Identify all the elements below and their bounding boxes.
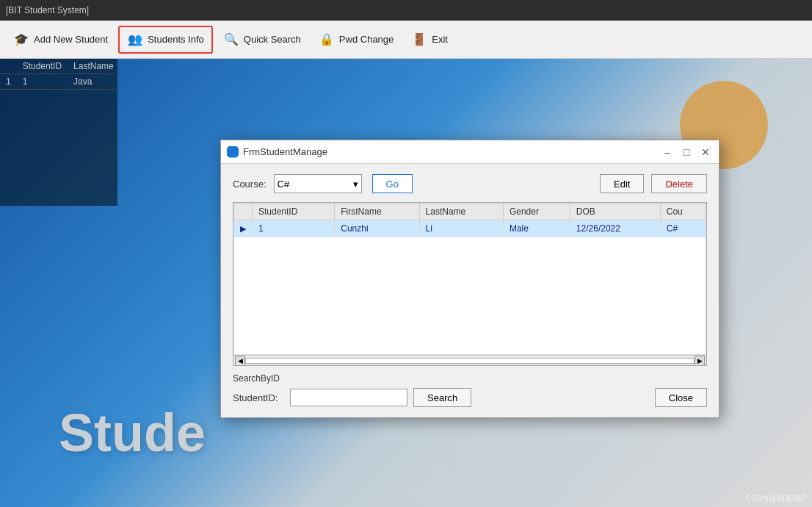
cell-dob: 12/26/2022 — [570, 220, 660, 237]
course-select[interactable]: C# ▾ — [274, 174, 362, 193]
add-new-student-button[interactable]: 🎓 Add New Student — [6, 27, 115, 52]
pwd-change-icon: 🔒 — [319, 32, 335, 48]
col-first-name: FirstName — [335, 204, 419, 220]
watermark: CSDN@码客567 — [745, 493, 806, 504]
search-button[interactable]: Search — [413, 388, 471, 407]
dialog-controls: – □ ✕ — [660, 145, 713, 159]
search-row: StudentID: Search Close — [233, 388, 707, 407]
quick-search-icon: 🔍 — [223, 32, 239, 48]
col-student-id: StudentID — [253, 204, 335, 220]
go-button[interactable]: Go — [372, 174, 413, 193]
cell-gender: Male — [503, 220, 570, 237]
col-last-name: LastName — [419, 204, 503, 220]
table-body: ▶ 1 Cunzhi Li Male 12/26/2022 C# — [234, 220, 706, 355]
dialog-minimize-button[interactable]: – — [660, 145, 675, 159]
students-info-icon: 👥 — [127, 32, 143, 48]
col-gender: Gender — [503, 204, 570, 220]
student-id-input[interactable] — [290, 389, 407, 406]
delete-button[interactable]: Delete — [651, 174, 707, 193]
col-dob: DOB — [570, 204, 660, 220]
quick-search-button[interactable]: 🔍 Quick Search — [216, 27, 308, 52]
search-by-id-title: SearchByID — [233, 373, 707, 384]
dialog-overlay: FrmStudentManage – □ ✕ Course: C# ▾ Go E… — [0, 59, 812, 507]
cell-last-name: Li — [419, 220, 503, 237]
dialog-titlebar: FrmStudentManage – □ ✕ — [221, 140, 719, 164]
title-bar-text: [BIT Student System] — [6, 5, 89, 15]
dialog-maximize-button[interactable]: □ — [679, 145, 694, 159]
course-label: Course: — [233, 179, 267, 190]
pwd-change-button[interactable]: 🔒 Pwd Change — [311, 27, 401, 52]
table-empty-space — [234, 237, 706, 355]
horizontal-scrollbar[interactable]: ◀ ▶ — [233, 355, 706, 365]
table-row[interactable]: ▶ 1 Cunzhi Li Male 12/26/2022 C# — [234, 220, 706, 237]
student-table: StudentID FirstName LastName Gender DOB … — [233, 203, 706, 355]
add-student-icon: 🎓 — [13, 32, 29, 48]
search-by-id-section: SearchByID StudentID: Search Close — [233, 373, 707, 407]
close-bottom-button[interactable]: Close — [655, 388, 707, 407]
scrollbar-track[interactable] — [245, 358, 695, 364]
exit-button[interactable]: 🚪 Exit — [404, 27, 455, 52]
course-select-value: C# — [278, 179, 290, 190]
cell-course: C# — [660, 220, 706, 237]
dialog-title-text: FrmStudentManage — [243, 146, 327, 157]
student-table-container: StudentID FirstName LastName Gender DOB … — [233, 202, 707, 366]
edit-button[interactable]: Edit — [600, 174, 644, 193]
course-row: Course: C# ▾ Go Edit Delete — [233, 174, 707, 193]
col-course: Cou — [660, 204, 706, 220]
course-dropdown-icon: ▾ — [353, 179, 358, 190]
student-id-label: StudentID: — [233, 392, 284, 403]
students-info-button[interactable]: 👥 Students Info — [118, 26, 213, 54]
frm-student-manage-dialog: FrmStudentManage – □ ✕ Course: C# ▾ Go E… — [220, 140, 719, 418]
row-indicator: ▶ — [234, 220, 253, 237]
dialog-body: Course: C# ▾ Go Edit Delete StudentID — [221, 164, 719, 417]
toolbar: 🎓 Add New Student 👥 Students Info 🔍 Quic… — [0, 21, 812, 59]
col-indicator — [234, 204, 253, 220]
dialog-title-left: FrmStudentManage — [227, 146, 327, 158]
scroll-right-button[interactable]: ▶ — [695, 356, 705, 366]
cell-first-name: Cunzhi — [335, 220, 419, 237]
dialog-close-button[interactable]: ✕ — [698, 145, 713, 159]
dialog-app-icon — [227, 146, 239, 158]
cell-student-id: 1 — [253, 220, 335, 237]
table-header-row: StudentID FirstName LastName Gender DOB … — [234, 204, 706, 220]
scroll-left-button[interactable]: ◀ — [235, 356, 245, 366]
exit-icon: 🚪 — [411, 32, 427, 48]
title-bar: [BIT Student System] — [0, 0, 812, 21]
